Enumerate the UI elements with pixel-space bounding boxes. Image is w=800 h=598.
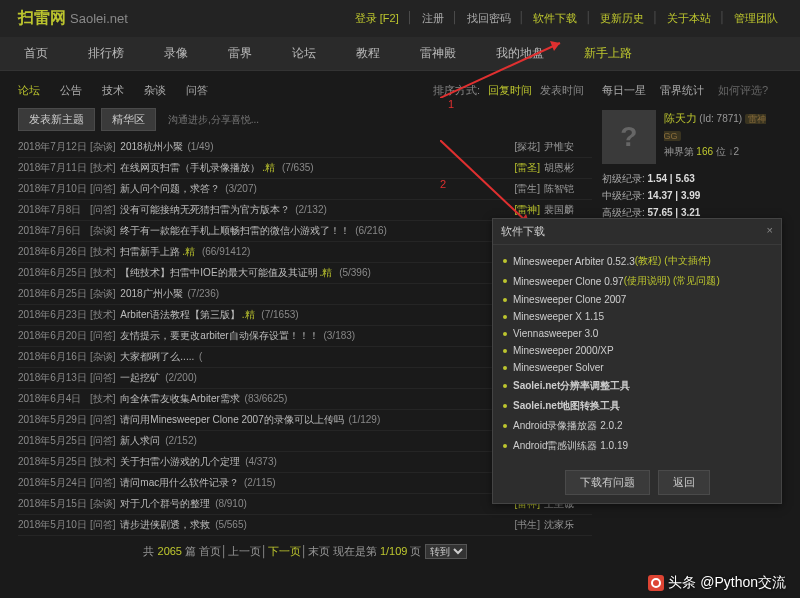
close-icon[interactable]: × [767,224,773,239]
header-link[interactable]: 登录 [F2] [351,11,403,26]
profile-name[interactable]: 陈天力 [664,112,697,124]
nav-item[interactable]: 首页 [18,37,54,70]
sort-label: 排序方式: [433,83,480,98]
download-item[interactable]: Minesweeper Clone 2007 [503,291,771,308]
post-row[interactable]: 2018年7月11日[技术] 在线网页扫雷（手机录像播放）.精 (7/635)[… [18,158,592,179]
download-item[interactable]: Minesweeper Solver [503,359,771,376]
nav-item[interactable]: 雷界 [222,37,258,70]
header-link[interactable]: 注册 [418,11,448,26]
download-item[interactable]: Minesweeper Arbiter 0.52.3 (教程) (中文插件) [503,251,771,271]
tab-stats[interactable]: 雷界统计 [660,83,704,98]
essence-button[interactable]: 精华区 [101,108,156,131]
subnav-item[interactable]: 问答 [186,83,208,98]
motto-text: 沟通进步,分享喜悦... [168,113,259,127]
download-popup: 软件下载 × Minesweeper Arbiter 0.52.3 (教程) (… [492,218,782,504]
nav-item[interactable]: 雷神殿 [414,37,462,70]
download-problem-button[interactable]: 下载有问题 [565,470,650,495]
subnav-item[interactable]: 杂谈 [144,83,166,98]
download-item[interactable]: Minesweeper 2000/XP [503,342,771,359]
back-button[interactable]: 返回 [658,470,710,495]
download-item[interactable]: Minesweeper X 1.15 [503,308,771,325]
profile-stats: 初级纪录: 1.54 | 5.63中级纪录: 14.37 | 3.99高级纪录:… [602,170,782,221]
sub-nav: 论坛公告技术杂谈问答 [18,77,433,104]
download-item[interactable]: Android雷感训练器 1.0.19 [503,436,771,456]
popup-title: 软件下载 [501,224,545,239]
download-item[interactable]: Minesweeper Clone 0.97 (使用说明) (常见问题) [503,271,771,291]
sort-create[interactable]: 发表时间 [540,83,584,98]
nav-item[interactable]: 我的地盘 [490,37,550,70]
right-tabs: 每日一星 雷界统计 如何评选? [602,77,782,104]
subnav-item[interactable]: 公告 [60,83,82,98]
next-page[interactable]: 下一页 [268,545,301,557]
download-item[interactable]: Android录像播放器 2.0.2 [503,416,771,436]
nav-item[interactable]: 教程 [350,37,386,70]
nav-item[interactable]: 论坛 [286,37,322,70]
avatar[interactable]: ? [602,110,656,164]
sort-bar: 排序方式: 回复时间 发表时间 [433,79,584,102]
subnav-item[interactable]: 技术 [102,83,124,98]
post-row[interactable]: 2018年7月12日[杂谈] 2018杭州小聚 (1/49)[探花]尹惟安 [18,137,592,158]
tab-star[interactable]: 每日一星 [602,83,646,98]
header-link[interactable]: 管理团队 [730,11,782,26]
header-link[interactable]: 找回密码 [463,11,515,26]
nav-item[interactable]: 排行榜 [82,37,130,70]
download-list: Minesweeper Arbiter 0.52.3 (教程) (中文插件)Mi… [493,245,781,462]
header-link[interactable]: 更新历史 [596,11,648,26]
tab-howto[interactable]: 如何评选? [718,83,768,98]
page-select[interactable]: 转到 [425,544,467,559]
sort-reply[interactable]: 回复时间 [488,83,532,98]
watermark: 头条 @Python交流 [648,574,786,592]
header-link[interactable]: 关于本站 [663,11,715,26]
site-logo[interactable]: 扫雷网 [18,8,66,29]
annotation-2: 2 [440,178,446,190]
profile-id: (Id: 7871) [699,113,742,124]
download-item[interactable]: Saolei.net地图转换工具 [503,396,771,416]
post-row[interactable]: 2018年5月10日[问答] 请步进侠剧透，求救 (5/565)[书生]沈家乐 [18,515,592,536]
download-item[interactable]: Saolei.net分辨率调整工具 [503,376,771,396]
header-link[interactable]: 软件下载 [529,11,581,26]
new-topic-button[interactable]: 发表新主题 [18,108,95,131]
main-nav: 首页排行榜录像雷界论坛教程雷神殿我的地盘新手上路 [0,37,800,71]
toutiao-icon [648,575,664,591]
download-item[interactable]: Viennasweeper 3.0 [503,325,771,342]
nav-item[interactable]: 录像 [158,37,194,70]
post-row[interactable]: 2018年7月10日[问答] 新人问个问题，求答？ (3/207)[雷生]陈智铠 [18,179,592,200]
site-logo-en: Saolei.net [70,11,128,26]
pager: 共 2065 篇 首页│上一页│下一页│末页 现在是第 1/109 页 转到 [18,538,592,565]
nav-item[interactable]: 新手上路 [578,37,638,70]
annotation-1: 1 [448,98,454,110]
subnav-item[interactable]: 论坛 [18,83,40,98]
header-links: 登录 [F2]│注册│找回密码│软件下载│更新历史│关于本站│管理团队 [351,11,782,26]
